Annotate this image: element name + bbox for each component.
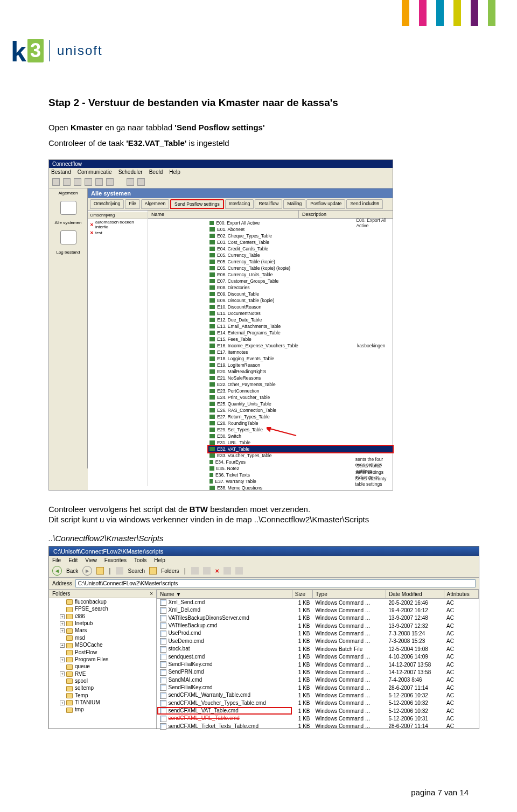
tab-send-posflow-settings[interactable]: Send Posflow settings [170, 199, 224, 209]
task-row[interactable]: E02. Cheque_Types_Table [208, 233, 393, 239]
col-attributes[interactable]: Attributes [444, 590, 478, 599]
task-row[interactable]: E25. Quantity_Units_Table [208, 401, 393, 407]
menu-communicatie[interactable]: Communicatie [78, 169, 112, 175]
side-algemeen[interactable]: Algemeen [58, 191, 78, 195]
menu-scheduler[interactable]: Scheduler [118, 169, 143, 175]
file-row[interactable]: VATfilesBackupDixonsServer.cmd1 KBWindow… [157, 614, 479, 622]
back-button[interactable]: ◄ [52, 566, 62, 576]
task-row[interactable]: E21. NoSaleReasons [208, 375, 393, 381]
menu-bestand[interactable]: Bestand [51, 169, 71, 175]
tb-new-icon[interactable] [52, 178, 60, 186]
menu-edit[interactable]: Edit [68, 557, 78, 563]
task-row[interactable]: E12. Due_Date_Table [208, 317, 393, 323]
tab-posflow-update[interactable]: Posflow update [306, 199, 345, 209]
folder-tree-item[interactable]: sqltemp [49, 684, 156, 691]
tb-list-icon[interactable] [95, 178, 103, 186]
side-algemeen-icon[interactable] [60, 201, 76, 215]
tab-interfacing[interactable]: Interfacing [225, 199, 254, 209]
side-log-icon[interactable] [60, 230, 76, 244]
task-row[interactable]: E08. Directories [208, 284, 393, 291]
menu-help[interactable]: Help [154, 557, 165, 563]
side-alle[interactable]: Alle systemen [55, 220, 82, 225]
props-icon[interactable] [223, 567, 231, 575]
folder-tree-item[interactable]: +MSOCache [49, 641, 156, 648]
task-row[interactable]: E09. Discount_Table [208, 291, 393, 297]
file-row[interactable]: stock.bat1 KBWindows Batch File12-5-2004… [157, 645, 479, 653]
menu-view[interactable]: View [85, 557, 97, 563]
back-label[interactable]: Back [66, 568, 78, 574]
col-type[interactable]: Type [313, 590, 386, 599]
menu-tools[interactable]: Tools [134, 557, 146, 563]
folder-tree-item[interactable]: +Mars [49, 627, 156, 634]
col-name-[interactable]: Name ▼ [157, 590, 292, 599]
task-row[interactable]: E16. Income_Expense_Vouchers_Tablekasboe… [208, 342, 393, 349]
folder-tree-item[interactable]: FPSE_search [49, 605, 156, 612]
task-row[interactable]: E24. Print_Voucher_Table [208, 394, 393, 401]
task-row[interactable]: E22. Other_Payments_Table [208, 381, 393, 388]
views-icon[interactable] [235, 567, 243, 575]
menu-help[interactable]: Help [169, 169, 180, 175]
task-row[interactable]: E32. VAT_Table [208, 446, 393, 452]
file-row[interactable]: Xml_Del.cmd1 KBWindows Command …19-4-200… [157, 606, 479, 614]
folder-tree-item[interactable]: Temp [49, 692, 156, 699]
tab-send-includ99[interactable]: Send includ99 [346, 199, 383, 209]
tab-file[interactable]: File [125, 199, 140, 209]
task-row[interactable]: E10. DiscountReason [208, 304, 393, 310]
side-log[interactable]: Log bestand [56, 250, 80, 255]
forward-button[interactable]: ► [82, 566, 92, 576]
task-row[interactable]: E07. Customer_Groups_Table [208, 278, 393, 284]
folder-tree-item[interactable]: queue [49, 663, 156, 670]
address-input[interactable] [75, 579, 476, 587]
folders-icon[interactable] [149, 567, 157, 575]
file-row[interactable]: SandMAI.cmd1 KBWindows Command …7-4-2003… [157, 676, 479, 684]
folder-tree-item[interactable]: spool [49, 677, 156, 684]
task-row[interactable]: E37. Warranty TableSents Warranty table … [208, 478, 393, 485]
file-row[interactable]: SendFilialKey.cmd1 KBWindows Command …28… [157, 684, 479, 691]
file-row[interactable]: sendCFXML_URL_Table.cmd1 KBWindows Comma… [157, 715, 479, 722]
task-row[interactable]: E19. LogItemReason [208, 362, 393, 368]
up-icon[interactable] [96, 567, 104, 575]
folders-label[interactable]: Folders [161, 568, 179, 574]
task-row[interactable]: E04. Credit_Cards_Table [208, 246, 393, 252]
task-row[interactable]: E09. Discount_Table (kopie) [208, 297, 393, 304]
file-row[interactable]: UseDemo.cmd1 KBWindows Command …7-3-2008… [157, 638, 479, 645]
tb-print-icon[interactable] [127, 178, 134, 186]
delete-x-icon[interactable]: ✕ [215, 568, 219, 574]
task-row[interactable]: E29. Set_Types_Table [208, 426, 393, 433]
task-row[interactable]: E30. Switch [208, 433, 393, 439]
col-name[interactable]: Name [148, 211, 299, 218]
task-row[interactable]: E00. Export All ActiveE00. Export All Ac… [208, 220, 393, 226]
tb-preview-icon[interactable] [137, 178, 145, 186]
task-row[interactable]: E27. Return_Types_Table [208, 414, 393, 420]
undo-icon[interactable] [191, 567, 199, 575]
tab-mailing[interactable]: Mailing [283, 199, 305, 209]
file-row[interactable]: SendPRN.cmd1 KBWindows Command …14-12-20… [157, 668, 479, 676]
tb-copy-icon[interactable] [74, 178, 81, 186]
task-row[interactable]: E15. Fees_Table [208, 336, 393, 342]
task-row[interactable]: E18. Logging_Events_Table [208, 355, 393, 362]
task-row[interactable]: E17. Itemnotes [208, 349, 393, 355]
task-row[interactable]: E11. DocumentNotes [208, 310, 393, 317]
folder-tree-item[interactable]: +Program Files [49, 656, 156, 663]
task-row[interactable]: E31. URL_Table [208, 439, 393, 446]
task-row[interactable]: E03. Cost_Centers_Table [208, 239, 393, 246]
file-row[interactable]: SendFilialKey.cmd1 KBWindows Command …14… [157, 661, 479, 668]
task-row[interactable]: E05. Currency_Table [208, 252, 393, 258]
file-row[interactable]: sendquest.cmd1 KBWindows Command …4-10-2… [157, 653, 479, 661]
folder-tree-item[interactable]: msd [49, 634, 156, 641]
task-row[interactable]: E06. Currency_Units_Table [208, 271, 393, 278]
config-item[interactable]: ✕test [88, 230, 148, 236]
search-icon[interactable] [116, 567, 123, 575]
menu-file[interactable]: File [52, 557, 61, 563]
folder-tree-item[interactable]: +RVE [49, 670, 156, 677]
tab-algemeen[interactable]: Algemeen [141, 199, 169, 209]
config-item[interactable]: ✕automatisch boeken interflo [88, 219, 148, 230]
file-row[interactable]: VATfilesBackup.cmd1 KBWindows Command …1… [157, 622, 479, 629]
task-row[interactable]: E14. External_Programs_Table [208, 330, 393, 336]
folder-tree-item[interactable]: +TITANIUM [49, 699, 156, 706]
col-date-modified[interactable]: Date Modified [386, 590, 444, 599]
task-row[interactable]: E13. Email_Attachments_Table [208, 323, 393, 330]
folder-tree-item[interactable]: PostFlow [49, 649, 156, 656]
folders-close-icon[interactable]: × [150, 591, 153, 597]
folder-tree-item[interactable]: fluconbackup [49, 598, 156, 605]
